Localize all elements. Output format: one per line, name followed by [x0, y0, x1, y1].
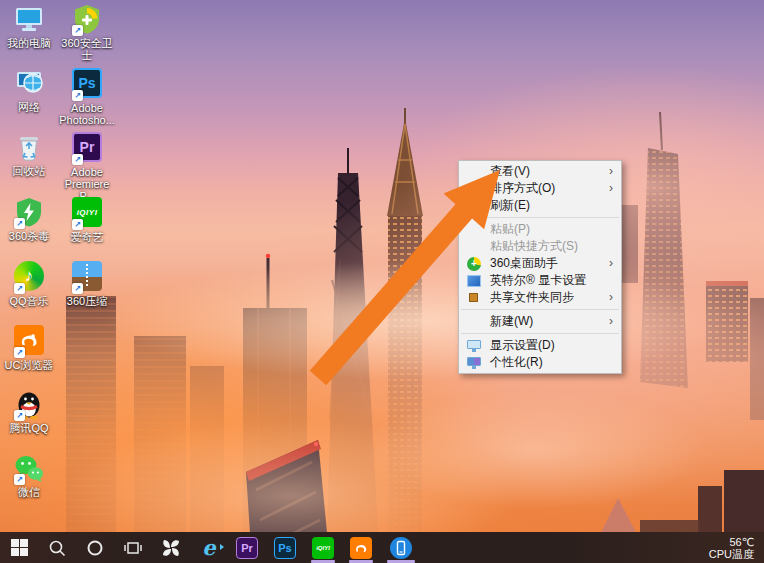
360-browser-button[interactable] [152, 532, 190, 563]
pinwheel-icon [161, 538, 181, 558]
icon-label: 网络 [0, 101, 58, 113]
icon-label: 爱奇艺 [58, 231, 116, 243]
menu-separator [461, 309, 619, 310]
photoshop-taskbar-button[interactable]: Ps [266, 532, 304, 563]
shared-folder-sync-icon [467, 290, 482, 305]
shortcut-arrow-icon: ↗ [14, 283, 25, 294]
personalize-icon [467, 355, 482, 370]
menu-item-paste-shortcut[interactable]: 粘贴快捷方式(S) [459, 238, 621, 255]
wechat-icon: ↗ [13, 452, 45, 484]
menu-item-view[interactable]: 查看(V) › [459, 163, 621, 180]
icon-label: UC浏览器 [0, 359, 58, 371]
desktop-context-menu: 查看(V) › 排序方式(O) › 刷新(E) 粘贴(P) 粘贴快捷方式(S) … [458, 160, 622, 374]
desktop-icon-iqiyi[interactable]: iQIYI ↗ 爱奇艺 [58, 196, 116, 243]
premiere-icon: Pr [236, 537, 258, 559]
icon-label: AdobePhotosho... [58, 102, 116, 126]
icon-label: 360安全卫士 [58, 37, 116, 61]
360-zip-icon: ↗ [71, 261, 103, 293]
menu-item-paste[interactable]: 粘贴(P) [459, 221, 621, 238]
cpu-temperature-widget[interactable]: 56℃ CPU温度 [709, 536, 764, 560]
photoshop-icon: Ps ↗ [71, 68, 103, 100]
360-assistant-icon: + [467, 256, 482, 271]
cortana-button[interactable] [76, 532, 114, 563]
desktop-icon-qq-music[interactable]: ♪ ↗ QQ音乐 [0, 260, 58, 307]
desktop-icon-recycle-bin[interactable]: 回收站 [0, 131, 58, 177]
menu-item-shared-folder-sync[interactable]: 共享文件夹同步 › [459, 289, 621, 306]
icon-label: 回收站 [0, 165, 58, 177]
menu-item-new[interactable]: 新建(W) › [459, 313, 621, 330]
cpu-temperature-value: 56℃ [709, 536, 754, 548]
uc-browser-icon [350, 537, 372, 559]
task-view-button[interactable] [114, 532, 152, 563]
menu-item-intel-graphics-settings[interactable]: 英特尔® 显卡设置 [459, 272, 621, 289]
cpu-temperature-label: CPU温度 [709, 548, 754, 560]
shortcut-arrow-icon: ↗ [72, 25, 83, 36]
icon-label: QQ音乐 [0, 295, 58, 307]
iqiyi-icon: iQIYI [312, 537, 334, 559]
search-icon [48, 539, 66, 557]
desktop-icon-my-computer[interactable]: 我的电脑 [0, 3, 58, 49]
iqiyi-icon: iQIYI ↗ [71, 197, 103, 229]
icon-label: 微信 [0, 486, 58, 498]
phone-app-taskbar-button[interactable] [380, 532, 422, 563]
desktop-icon-360-zip[interactable]: ↗ 360压缩 [58, 260, 116, 307]
submenu-arrow-icon: › [609, 163, 613, 180]
submenu-arrow-icon: › [609, 255, 613, 272]
menu-item-sort-by[interactable]: 排序方式(O) › [459, 180, 621, 197]
phone-icon [390, 537, 412, 559]
shortcut-arrow-icon: ↗ [14, 347, 25, 358]
recycle-bin-icon [13, 131, 45, 163]
menu-item-360-desktop-assistant[interactable]: + 360桌面助手 › [459, 255, 621, 272]
360-safe-guard-icon: ↗ [71, 3, 103, 35]
menu-separator [461, 217, 619, 218]
intel-graphics-icon [467, 273, 482, 288]
shortcut-arrow-icon: ↗ [14, 218, 25, 229]
icon-label: 腾讯QQ [0, 422, 58, 434]
shortcut-arrow-icon: ↗ [72, 90, 83, 101]
photoshop-icon: Ps [274, 537, 296, 559]
menu-separator [461, 333, 619, 334]
desktop-icon-photoshop[interactable]: Ps ↗ AdobePhotosho... [58, 67, 116, 126]
shortcut-arrow-icon: ↗ [72, 219, 83, 230]
icon-label: 360杀毒 [0, 230, 58, 242]
display-settings-icon [467, 338, 482, 353]
desktop-icon-network[interactable]: 网络 [0, 67, 58, 113]
start-button[interactable] [0, 532, 38, 563]
shortcut-arrow-icon: ↗ [14, 474, 25, 485]
icon-label: 360压缩 [58, 295, 116, 307]
menu-item-display-settings[interactable]: 显示设置(D) [459, 337, 621, 354]
premiere-icon: Pr ↗ [71, 132, 103, 164]
windows-desktop: 我的电脑 网络 回收站 ↗ 360杀毒 ♪ ↗ QQ音乐 ↗ [0, 0, 764, 563]
shortcut-arrow-icon: ↗ [72, 283, 83, 294]
internet-explorer-icon: e [202, 538, 215, 558]
ie-notification-arrow-icon [220, 544, 224, 550]
menu-item-personalize[interactable]: 个性化(R) [459, 354, 621, 371]
search-button[interactable] [38, 532, 76, 563]
my-computer-icon [13, 3, 45, 35]
shortcut-arrow-icon: ↗ [72, 154, 83, 165]
desktop-icon-premiere[interactable]: Pr ↗ AdobePremiere P... [58, 131, 116, 202]
360-antivirus-icon: ↗ [13, 196, 45, 228]
desktop-icon-uc-browser[interactable]: ↗ UC浏览器 [0, 324, 58, 371]
desktop-icon-360-safe-guard[interactable]: ↗ 360安全卫士 [58, 3, 116, 61]
iqiyi-taskbar-button[interactable]: iQIYI [304, 532, 342, 563]
task-view-icon [124, 539, 142, 557]
cortana-icon [86, 539, 104, 557]
desktop-icon-wechat[interactable]: ↗ 微信 [0, 452, 58, 498]
submenu-arrow-icon: › [609, 180, 613, 197]
internet-explorer-button[interactable]: e [190, 532, 228, 563]
submenu-arrow-icon: › [609, 289, 613, 306]
shortcut-arrow-icon: ↗ [14, 410, 25, 421]
taskbar: e Pr Ps iQIYI 56℃ CPU温度 [0, 532, 764, 563]
submenu-arrow-icon: › [609, 313, 613, 330]
uc-browser-taskbar-button[interactable] [342, 532, 380, 563]
windows-logo-icon [11, 539, 28, 556]
desktop-icon-360-antivirus[interactable]: ↗ 360杀毒 [0, 196, 58, 242]
qq-music-icon: ♪ ↗ [13, 261, 45, 293]
desktop-icon-tencent-qq[interactable]: ↗ 腾讯QQ [0, 388, 58, 434]
menu-item-refresh[interactable]: 刷新(E) [459, 197, 621, 214]
premiere-taskbar-button[interactable]: Pr [228, 532, 266, 563]
uc-browser-icon: ↗ [13, 325, 45, 357]
tencent-qq-icon: ↗ [13, 388, 45, 420]
icon-label: 我的电脑 [0, 37, 58, 49]
